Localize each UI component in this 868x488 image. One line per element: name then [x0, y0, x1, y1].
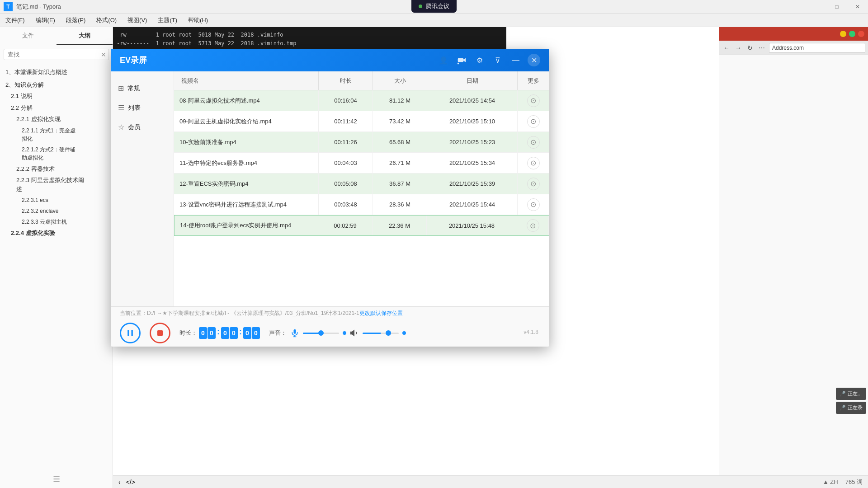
- more-btn[interactable]: ⊙: [527, 94, 540, 107]
- table-row[interactable]: 12-重置ECS实例密码.mp4 00:05:08 36.87 M 2021/1…: [174, 174, 549, 194]
- right-panel-toolbar: ← → ↻ ⋯ Address.com: [719, 41, 868, 55]
- digit-h2: 0: [208, 327, 216, 339]
- outline-item[interactable]: 2.2 分解: [4, 102, 109, 114]
- rp-minimize-btn[interactable]: —: [840, 31, 846, 37]
- outline-item[interactable]: 2、知识点分解: [4, 79, 109, 91]
- outline-item[interactable]: 2.2.3.3 云虚拟主机: [4, 216, 109, 227]
- svg-rect-0: [458, 58, 463, 62]
- ev-sidebar-item-normal[interactable]: ⊞ 常规: [111, 79, 174, 98]
- outline-item[interactable]: 2.2.1.2 方式2：硬件辅助虚拟化: [4, 144, 109, 163]
- outline-item-active[interactable]: 2.2.4 虚拟化实验: [4, 227, 109, 239]
- td-filename: 14-使用root账户登录到ecs实例并使用.mp4: [175, 216, 318, 235]
- digit-m2: 0: [230, 327, 238, 339]
- word-count: 765 词: [845, 478, 863, 486]
- mic-volume-slider[interactable]: [303, 333, 339, 334]
- notification-area: 🎤 正在... 🎤 正在录: [836, 388, 866, 416]
- td-more[interactable]: ⊙: [518, 194, 549, 215]
- td-more[interactable]: ⊙: [517, 216, 549, 235]
- tab-file[interactable]: 文件: [0, 27, 57, 45]
- menu-theme[interactable]: 主题(T): [152, 14, 183, 27]
- rp-close-btn[interactable]: ✕: [858, 31, 864, 37]
- outline-item[interactable]: 2.2.2 容器技术: [4, 163, 109, 175]
- ev-camera-icon[interactable]: [455, 54, 468, 66]
- svg-rect-5: [157, 330, 163, 336]
- grid-icon: ⊞: [118, 84, 124, 93]
- outline-item[interactable]: 2.1 说明: [4, 90, 109, 102]
- right-panel-titlebar: — □ ✕: [719, 27, 868, 41]
- ev-settings-icon[interactable]: ⚙: [473, 54, 486, 66]
- outline-item[interactable]: 2.2.3.1 ecs: [4, 195, 109, 206]
- ev-sidebar-label-list: 列表: [128, 104, 141, 112]
- more-btn[interactable]: ⊙: [527, 136, 540, 149]
- address-bar[interactable]: Address.com: [769, 43, 865, 53]
- ev-sidebar-item-list[interactable]: ☰ 列表: [111, 98, 174, 117]
- ev-user-icon[interactable]: 👤: [437, 54, 450, 66]
- outline-item[interactable]: 2.2.3.2 enclave: [4, 206, 109, 216]
- minimize-button[interactable]: —: [806, 0, 826, 14]
- menu-file[interactable]: 文件(F): [0, 14, 30, 27]
- td-duration: 00:11:26: [319, 132, 373, 152]
- ev-minimize-btn[interactable]: —: [509, 54, 522, 66]
- outline-item[interactable]: 2.2.1.1 方式1：完全虚拟化: [4, 125, 109, 144]
- speaker-volume-slider[interactable]: [363, 333, 399, 334]
- ev-filter-icon[interactable]: ⊽: [491, 54, 504, 66]
- search-close-icon[interactable]: ✕: [101, 51, 106, 58]
- menu-edit[interactable]: 编辑(E): [30, 14, 61, 27]
- menu-paragraph[interactable]: 段落(P): [61, 14, 91, 27]
- ev-titlebar-controls: 👤 ⚙ ⊽ — ✕: [437, 54, 540, 66]
- td-more[interactable]: ⊙: [518, 90, 549, 111]
- outline-item[interactable]: 2.2.1 虚拟化实现: [4, 113, 109, 125]
- sidebar-bottom: ☰: [0, 474, 113, 484]
- ev-close-btn[interactable]: ✕: [528, 54, 540, 66]
- sidebar-bottom-icon[interactable]: ☰: [53, 474, 60, 484]
- table-row-selected[interactable]: 14-使用root账户登录到ecs实例并使用.mp4 00:02:59 22.3…: [174, 215, 549, 236]
- rp-dots-icon[interactable]: ⋯: [757, 43, 766, 52]
- menu-help[interactable]: 帮助(H): [183, 14, 213, 27]
- ev-sidebar-label-normal: 常规: [127, 84, 140, 93]
- menu-format[interactable]: 格式(O): [91, 14, 122, 27]
- outline-item[interactable]: 1、本堂课新知识点概述: [4, 66, 109, 78]
- ev-sidebar-item-member[interactable]: ☆ 会员: [111, 117, 174, 137]
- more-btn[interactable]: ⊙: [527, 157, 540, 169]
- td-more[interactable]: ⊙: [518, 132, 549, 152]
- more-btn[interactable]: ⊙: [527, 178, 540, 190]
- ev-stop-button[interactable]: [150, 323, 170, 343]
- path-change-link[interactable]: 更改默认保存位置: [359, 310, 403, 317]
- nav-back-icon[interactable]: ‹: [118, 479, 121, 486]
- menu-view[interactable]: 视图(V): [122, 14, 152, 27]
- td-size: 22.36 M: [373, 216, 427, 235]
- ev-pause-button[interactable]: [120, 323, 141, 343]
- table-row[interactable]: 10-实验前期准备.mp4 00:11:26 65.68 M 2021/10/2…: [174, 132, 549, 153]
- th-more: 更多: [518, 71, 549, 90]
- more-btn[interactable]: ⊙: [527, 219, 539, 232]
- th-size: 大小: [373, 71, 427, 90]
- rp-refresh-icon[interactable]: ↻: [745, 43, 755, 52]
- time-digits: 0 0 : 0 0 : 0 0: [199, 327, 260, 339]
- td-date: 2021/10/25 14:54: [427, 90, 518, 111]
- td-size: 65.68 M: [373, 132, 427, 152]
- tencent-status-dot: [419, 5, 422, 8]
- more-btn[interactable]: ⊙: [527, 198, 540, 211]
- rp-forward-icon[interactable]: →: [734, 43, 743, 52]
- tab-outline[interactable]: 大纲: [57, 27, 113, 45]
- td-more[interactable]: ⊙: [518, 153, 549, 173]
- table-row[interactable]: 11-选中特定的ecs服务器.mp4 00:04:03 26.71 M 2021…: [174, 153, 549, 174]
- rp-back-icon[interactable]: ←: [722, 43, 731, 52]
- table-row[interactable]: 09-阿里云主机虚拟化实验介绍.mp4 00:11:42 73.42 M 202…: [174, 111, 549, 132]
- table-row[interactable]: 08-阿里云虚拟化技术阐述.mp4 00:16:04 81.12 M 2021/…: [174, 90, 549, 111]
- close-button[interactable]: ✕: [847, 0, 868, 14]
- tencent-meeting-bar[interactable]: 腾讯会议: [411, 0, 457, 13]
- rp-maximize-btn[interactable]: □: [849, 31, 855, 37]
- td-filename: 09-阿里云主机虚拟化实验介绍.mp4: [174, 111, 319, 131]
- tencent-label: 腾讯会议: [426, 2, 449, 10]
- maximize-button[interactable]: □: [826, 0, 847, 14]
- td-more[interactable]: ⊙: [518, 174, 549, 194]
- outline-item[interactable]: 2.2.3 阿里云虚拟化技术阐述: [4, 174, 109, 195]
- more-btn[interactable]: ⊙: [527, 115, 540, 128]
- td-more[interactable]: ⊙: [518, 111, 549, 131]
- table-row[interactable]: 13-设置vnc密码并进行远程连接测试.mp4 00:03:48 28.36 M…: [174, 194, 549, 215]
- search-input[interactable]: [4, 49, 109, 60]
- nav-code-icon[interactable]: </>: [126, 479, 135, 486]
- td-filename: 13-设置vnc密码并进行远程连接测试.mp4: [174, 194, 319, 215]
- digit-sep-1: :: [217, 327, 220, 339]
